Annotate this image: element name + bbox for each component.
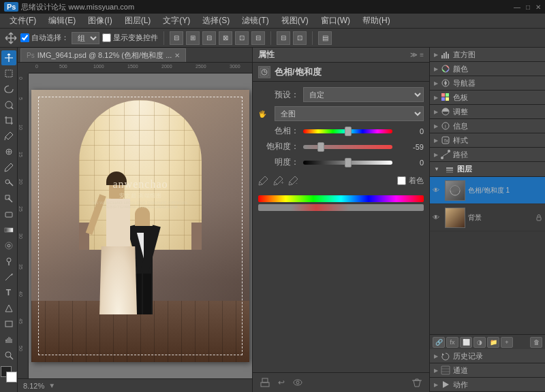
eyedropper-2-icon[interactable]: +: [273, 175, 284, 186]
brush-tool-btn[interactable]: [1, 160, 16, 175]
props-delete-btn[interactable]: [410, 376, 424, 389]
distribute-v-btn[interactable]: ⊡: [293, 31, 307, 45]
layer-new-btn[interactable]: +: [501, 337, 513, 348]
eraser-tool-btn[interactable]: [1, 207, 16, 222]
spot-heal-btn[interactable]: [1, 144, 16, 159]
auto-select-checkbox[interactable]: [20, 33, 29, 42]
layer-eye-huesat[interactable]: 👁: [433, 186, 442, 194]
menu-text[interactable]: 文字(Y): [157, 14, 196, 28]
ruler-label-3000: 3000: [230, 64, 240, 69]
actions-header[interactable]: ▶ 动作: [430, 378, 545, 391]
gradient-tool-btn[interactable]: [1, 223, 16, 238]
menu-window[interactable]: 窗口(W): [315, 14, 356, 28]
paths-header[interactable]: ▶ 路径: [430, 148, 545, 161]
menu-select[interactable]: 选择(S): [197, 14, 235, 28]
layers-arrow[interactable]: ▼: [434, 166, 442, 172]
menu-help[interactable]: 帮助(H): [357, 14, 396, 28]
history-brush-btn[interactable]: [1, 191, 16, 206]
stamp-tool-btn[interactable]: [1, 176, 16, 191]
align-left-btn[interactable]: ⊟: [170, 31, 183, 45]
histogram-header[interactable]: ▶ 直方图: [430, 48, 545, 61]
color-header[interactable]: ▶ 颜色: [430, 62, 545, 76]
history-header[interactable]: ▶ 历史记录: [430, 349, 545, 363]
props-visible-btn[interactable]: [291, 376, 305, 389]
align-center-v-btn[interactable]: ⊡: [235, 31, 249, 45]
props-refresh-btn[interactable]: ↩: [275, 376, 288, 389]
crop-tool-btn[interactable]: [1, 113, 16, 128]
lasso-tool-btn[interactable]: [1, 82, 16, 97]
navigator-header[interactable]: ▶ 导航器: [430, 76, 545, 90]
colorize-checkbox[interactable]: [397, 176, 406, 185]
window-close[interactable]: ✕: [535, 3, 541, 11]
info-header[interactable]: ▶ i 信息: [430, 119, 545, 133]
sat-thumb[interactable]: [317, 142, 324, 152]
channels-header[interactable]: ▶ 通道: [430, 363, 545, 377]
adjustments-header[interactable]: ▶ 调整: [430, 105, 545, 118]
blur-tool-btn[interactable]: [1, 238, 16, 253]
quick-select-btn[interactable]: [1, 97, 16, 112]
align-center-h-btn[interactable]: ⊞: [186, 31, 200, 45]
distribute-h-btn[interactable]: ⊟: [277, 31, 290, 45]
color-label: 颜色: [453, 64, 468, 74]
menu-view[interactable]: 视图(V): [276, 14, 314, 28]
layer-del-btn[interactable]: 🗑: [530, 337, 542, 348]
menu-layer[interactable]: 图层(L): [119, 14, 157, 28]
styles-header[interactable]: ▶ fx 样式: [430, 133, 545, 147]
menu-file[interactable]: 文件(F): [4, 14, 42, 28]
light-thumb[interactable]: [345, 158, 352, 167]
styles-panel: ▶ fx 样式: [430, 133, 545, 148]
text-tool-btn[interactable]: T: [1, 285, 16, 300]
ruler-left: 0 5 10 15 20 25 30 35 40 45 50: [18, 74, 29, 392]
props-menu-btn[interactable]: ≡: [420, 51, 424, 59]
layers-header: ▼ 图层: [430, 162, 545, 177]
align-top-btn[interactable]: ⊠: [219, 31, 232, 45]
doc-tab-item[interactable]: Ps IMG_9641.psd @ 8.12% (色相/饱和度 ... ✕: [20, 48, 186, 62]
pen-tool-btn[interactable]: [1, 270, 16, 284]
background-color[interactable]: [6, 372, 17, 382]
ruler-v-5000: 50: [18, 346, 23, 351]
eyedropper-tool-btn[interactable]: [1, 129, 16, 144]
doc-tab-close[interactable]: ✕: [174, 52, 180, 59]
layer-link-btn[interactable]: 🔗: [433, 337, 445, 348]
show-transform-checkbox[interactable]: [102, 33, 111, 42]
channel-select[interactable]: 全图: [275, 106, 424, 121]
path-selection-btn[interactable]: [1, 301, 16, 316]
menu-edit[interactable]: 编辑(E): [43, 14, 81, 28]
layer-group-btn[interactable]: 📁: [487, 337, 499, 348]
dodge-tool-btn[interactable]: [1, 254, 16, 269]
props-collapse-btn[interactable]: ≫: [410, 51, 417, 59]
move-tool-btn[interactable]: [1, 50, 16, 65]
layer-style-btn[interactable]: fx: [446, 337, 458, 348]
arrange-btn[interactable]: ▤: [318, 31, 332, 45]
menu-image[interactable]: 图像(I): [82, 14, 117, 28]
layer-bg[interactable]: 👁 背景: [430, 204, 545, 231]
shape-tool-btn[interactable]: [1, 316, 16, 331]
layer-huesat[interactable]: 👁 色相/饱和度 1: [430, 177, 545, 204]
layer-eye-bg[interactable]: 👁: [433, 214, 442, 221]
align-bottom-btn[interactable]: ⊟: [251, 31, 265, 45]
swatches-header[interactable]: ▶ 色板: [430, 91, 545, 104]
navigator-panel: ▶ 导航器: [430, 76, 545, 91]
menu-filter[interactable]: 滤镜(T): [236, 14, 274, 28]
huesat-controls: 预设： 自定 🖐 全图 色相： 0: [253, 82, 429, 216]
props-clip-btn[interactable]: [258, 376, 272, 389]
hand-tool-btn[interactable]: [1, 332, 16, 347]
ruler-v-4500: 45: [18, 318, 23, 324]
canvas-viewport[interactable]: anwenchao 安文超 高端馆图 AN WENCHAO HIGH-END G…: [29, 74, 252, 378]
eyedropper-3-icon[interactable]: -: [288, 175, 299, 186]
window-maximize[interactable]: □: [526, 3, 530, 11]
preset-select[interactable]: 自定: [303, 87, 424, 102]
marquee-tool-btn[interactable]: [1, 66, 16, 81]
layer-mask-btn[interactable]: ⬜: [460, 337, 472, 348]
layer-adj-btn[interactable]: ◑: [473, 337, 486, 348]
auto-select-dropdown[interactable]: 组: [72, 32, 99, 44]
hue-thumb[interactable]: [345, 127, 352, 136]
align-right-btn[interactable]: ⊟: [202, 31, 216, 45]
zoom-tool-btn[interactable]: [1, 348, 16, 363]
svg-rect-44: [446, 172, 453, 173]
eyedropper-1-icon[interactable]: [258, 175, 269, 186]
layer-name-huesat: 色相/饱和度 1: [468, 186, 542, 195]
color-pair[interactable]: [1, 366, 17, 382]
window-minimize[interactable]: —: [514, 3, 520, 11]
eyedropper-group: + -: [258, 175, 299, 186]
